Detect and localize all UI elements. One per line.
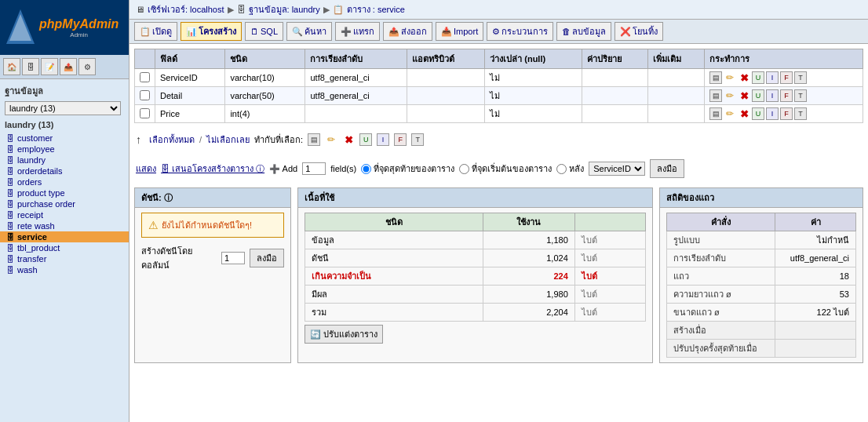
show-create-link[interactable]: 🗄 เสนอโครงสร้างตาราง ⓘ	[161, 162, 264, 176]
print-view-link[interactable]: แสดง	[136, 162, 156, 176]
unique-icon-3[interactable]: U	[752, 107, 764, 120]
edit-icon-2[interactable]: ✏	[724, 89, 736, 102]
server-link[interactable]: เซิร์ฟเวอร์: localhost	[148, 2, 224, 16]
unique-icon-2[interactable]: U	[752, 89, 764, 102]
row-checkbox-3[interactable]	[140, 108, 150, 118]
sidebar-item-laundry[interactable]: 🗄laundry	[0, 155, 129, 166]
action-index-icon[interactable]: I	[377, 133, 389, 146]
after-field-select[interactable]: ServiceID Detail Price	[589, 162, 645, 176]
action-unique-icon[interactable]: U	[359, 133, 372, 146]
field-default-3	[582, 105, 647, 123]
fulltext-icon-3[interactable]: F	[780, 107, 793, 120]
usage-val-overhead: 224	[483, 267, 574, 286]
after-radio[interactable]	[556, 164, 567, 174]
at-end-radio[interactable]	[361, 164, 371, 174]
stats-panel: สถิติของแถว คำสั่ง ค่า รูป	[659, 187, 863, 363]
unique-icon-1[interactable]: U	[752, 71, 764, 84]
index-count-input[interactable]	[221, 252, 245, 264]
action-spatial-icon[interactable]: T	[411, 133, 424, 146]
delete-icon-2[interactable]: ✖	[738, 89, 750, 102]
sidebar-item-customer[interactable]: 🗄customer	[0, 133, 129, 144]
field-attr-3	[407, 105, 485, 123]
sidebar-item-service[interactable]: 🗄service	[0, 231, 129, 242]
db-select[interactable]: laundry (13)	[5, 101, 121, 115]
settings-icon[interactable]: ⚙	[78, 58, 96, 75]
index-icon-2[interactable]: I	[766, 89, 779, 102]
usage-val-total: 2,204	[483, 304, 574, 322]
table-link[interactable]: ตาราง : service	[347, 2, 405, 16]
delete-icon-1[interactable]: ✖	[738, 71, 750, 84]
toolbar-export-btn[interactable]: 📤 ส่งออก	[383, 22, 432, 41]
toolbar-empty-btn[interactable]: 🗑 ลบข้อมูล	[556, 22, 611, 41]
sidebar-item-employee[interactable]: 🗄employee	[0, 144, 129, 155]
sidebar-item-wash[interactable]: 🗄wash	[0, 264, 129, 275]
action-edit-icon[interactable]: ✏	[325, 133, 337, 146]
delete-icon-3[interactable]: ✖	[738, 107, 750, 120]
create-index-row: สร้างดัชนีโดยคอลัมน์ ลงมือ	[141, 244, 284, 272]
space-panel-content: ชนิด ใช้งาน ข้อมูล 1,180 ไบต์	[298, 208, 652, 348]
usage-row-overhead: เกินความจำเป็น 224 ไบต์	[305, 267, 646, 286]
usage-unit-overhead: ไบต์	[574, 267, 645, 286]
toolbar-drop-btn[interactable]: ❌ โยนทิ้ง	[615, 22, 663, 41]
spatial-icon-2[interactable]: T	[794, 89, 807, 102]
import-icon: 📥	[441, 27, 452, 37]
browse-icon-1[interactable]: ▤	[709, 71, 722, 84]
sql-icon[interactable]: 📝	[41, 58, 58, 75]
sidebar-item-receipt[interactable]: 🗄receipt	[0, 209, 129, 220]
at-end-radio-label[interactable]: ที่จุดสุดท้ายของตาราง	[361, 162, 454, 176]
browse-icon-3[interactable]: ▤	[709, 107, 722, 120]
toolbar-import-btn[interactable]: 📥 Import	[436, 22, 483, 41]
add-field-prefix: ➕ Add	[269, 164, 297, 174]
spatial-icon-1[interactable]: T	[794, 71, 807, 84]
db-link[interactable]: ฐานข้อมูล: laundry	[249, 2, 320, 16]
row-checkbox-1[interactable]	[140, 72, 150, 82]
sidebar-item-orders[interactable]: 🗄orders	[0, 176, 129, 187]
export-label: ส่งออก	[401, 24, 427, 38]
toolbar-operations-btn[interactable]: ⚙ กระบวนการ	[487, 22, 553, 41]
sidebar-item-orderdetails[interactable]: 🗄orderdetails	[0, 166, 129, 176]
edit-icon-3[interactable]: ✏	[724, 107, 736, 120]
index-icon-1[interactable]: I	[766, 71, 779, 84]
check-all-link[interactable]: เลือกทั้งหมด	[149, 133, 195, 147]
usage-val-index: 1,024	[483, 249, 574, 267]
action-browse-icon[interactable]: ▤	[308, 133, 320, 146]
field-type-2: varchar(50)	[225, 87, 305, 105]
sidebar-item-product-type[interactable]: 🗄product type	[0, 187, 129, 198]
after-radio-label[interactable]: หลัง	[556, 162, 584, 176]
at-begin-radio[interactable]	[459, 164, 469, 174]
sidebar-item-transfer[interactable]: 🗄transfer	[0, 253, 129, 264]
sidebar-item-tbl_product[interactable]: 🗄tbl_product	[0, 242, 129, 253]
home-icon[interactable]: 🏠	[3, 58, 20, 75]
nav-label: rete wash	[17, 221, 55, 231]
uncheck-all-link[interactable]: ไม่เลือกเลย	[206, 133, 250, 147]
go-button[interactable]: ลงมือ	[650, 159, 684, 178]
action-fulltext-icon[interactable]: F	[394, 133, 407, 146]
db-icon[interactable]: 🗄	[22, 58, 39, 75]
toolbar-insert-btn[interactable]: ➕ แทรก	[335, 22, 380, 41]
fulltext-icon-1[interactable]: F	[780, 71, 793, 84]
usage-row-data: ข้อมูล 1,180 ไบต์	[305, 231, 646, 249]
fulltext-icon-2[interactable]: F	[780, 89, 793, 102]
edit-icon-1[interactable]: ✏	[724, 71, 736, 84]
toolbar-structure-btn[interactable]: 📊 โครงสร้าง	[181, 22, 242, 41]
action-delete-icon[interactable]: ✖	[342, 133, 355, 146]
at-begin-radio-label[interactable]: ที่จุดเริ่มต้นของตาราง	[459, 162, 552, 176]
index-icon-3[interactable]: I	[766, 107, 779, 120]
toolbar-search-btn[interactable]: 🔍 ค้นหา	[286, 22, 332, 41]
stats-panel-content: คำสั่ง ค่า รูปแบบ ไม่กำหนี การ	[660, 208, 863, 362]
sidebar-item-rete-wash[interactable]: 🗄rete wash	[0, 220, 129, 231]
row-checkbox-2[interactable]	[140, 90, 150, 100]
usage-val-data: 1,180	[483, 231, 574, 249]
browse-icon-2[interactable]: ▤	[709, 89, 722, 102]
toolbar-view-btn[interactable]: 📋 เปิดดู	[134, 22, 177, 41]
spatial-icon-3[interactable]: T	[794, 107, 807, 120]
create-index-btn[interactable]: ลงมือ	[250, 249, 284, 267]
toolbar-sql-btn[interactable]: 🗒 SQL	[245, 22, 283, 41]
export-icon[interactable]: 📤	[60, 58, 77, 75]
update-table-btn[interactable]: 🔄 ปรับแต่งตาราง	[305, 325, 383, 344]
nav-icon: 🗄	[6, 167, 14, 176]
field-default-2	[582, 87, 647, 105]
add-count-input[interactable]	[302, 162, 326, 175]
sidebar-item-purchase-order[interactable]: 🗄purchase order	[0, 198, 129, 209]
nav-label: tbl_product	[17, 243, 60, 253]
